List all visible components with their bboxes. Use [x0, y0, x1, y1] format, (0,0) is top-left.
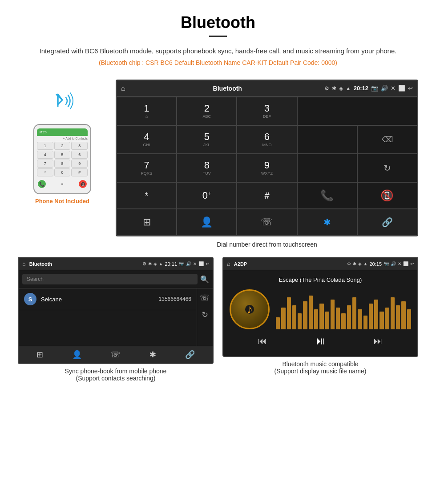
pb-bluetooth-icon[interactable]: ✱ [149, 350, 156, 360]
dial-link[interactable]: 🔗 [357, 209, 417, 236]
refresh-icon: ↻ [384, 163, 391, 173]
pb-cam-icon[interactable]: 📷 [179, 261, 184, 266]
phone-top-bar: M:20 [37, 128, 88, 136]
camera-icon[interactable]: 📷 [371, 85, 378, 92]
dial-apps[interactable]: ⊞ [117, 209, 177, 236]
phonebook-bottom-bar: ⊞ 👤 ☏ ✱ 🔗 [19, 346, 213, 363]
usb-icon: ⚙ [324, 85, 329, 92]
backspace-icon[interactable]: ⌫ [382, 135, 393, 144]
contact-name: Seicane [41, 296, 159, 303]
pb-usb-icon: ⚙ [142, 261, 146, 266]
pb-person-icon[interactable]: 👤 [72, 350, 82, 360]
android-dialpad-screen: ⌂ Bluetooth ⚙ ✱ ◈ ▲ 20:12 📷 🔊 ✕ ⬜ ↩ [116, 80, 418, 236]
pb-right-phone-icon[interactable]: ☏ [200, 293, 210, 303]
music-title: A2DP [234, 261, 347, 267]
volume-icon[interactable]: 🔊 [381, 85, 388, 92]
x-icon[interactable]: ✕ [391, 85, 396, 92]
music-home-icon[interactable]: ⌂ [227, 260, 230, 267]
search-icon[interactable]: 🔍 [200, 275, 209, 284]
pb-back-icon[interactable]: ↩ [206, 261, 209, 266]
music-body: Escape (The Pina Colada Song) ♪ ⏮ ⏯ ⏭ [223, 270, 417, 356]
phone-key: 6 [71, 151, 88, 159]
dial-key-6[interactable]: 6 MNO [237, 125, 297, 154]
phonebook-search-input[interactable]: Search [22, 274, 198, 284]
music-play-icon[interactable]: ⏯ [315, 335, 326, 347]
pb-x-icon[interactable]: ✕ [193, 261, 197, 266]
dial-key-4[interactable]: 4 GHI [117, 125, 177, 154]
phonebook-main: S Seicane 13566664466 [19, 288, 197, 346]
dial-empty-3 [297, 154, 357, 182]
bluetooth-status-icon: ✱ [332, 85, 336, 92]
dial-call-green[interactable]: 📞 [297, 182, 357, 209]
pb-bt-icon: ✱ [148, 261, 152, 266]
phone-key: 3 [71, 142, 88, 150]
pb-loc-icon: ◈ [153, 261, 157, 266]
phonebook-statusbar: ⌂ Bluetooth ⚙ ✱ ◈ ▲ 20:11 📷 🔊 ✕ ⬜ ↩ [19, 258, 213, 270]
page-title: Bluetooth [18, 13, 418, 32]
status-icons: ⚙ ✱ ◈ ▲ 20:12 📷 🔊 ✕ ⬜ ↩ [324, 85, 413, 92]
pb-sig-icon: ▲ [159, 261, 163, 266]
music-vol-icon[interactable]: 🔊 [391, 261, 396, 266]
music-equalizer [276, 289, 411, 329]
phone-key: 0 [54, 168, 71, 176]
dial-display [297, 97, 417, 125]
dial-key-2[interactable]: 2 ABC [177, 97, 237, 125]
phone-key: 1 [37, 142, 53, 150]
music-status-icons: ✱ ◈ ▲ 20:15 📷 🔊 ✕ ⬜ ↩ [353, 261, 414, 267]
pb-link-icon[interactable]: 🔗 [185, 350, 195, 360]
phone-call-btn: 📞 [38, 180, 46, 188]
pb-home-icon[interactable]: ⌂ [22, 260, 26, 267]
pb-apps-icon[interactable]: ⊞ [36, 350, 43, 360]
music-note-icon: ♪ [246, 302, 253, 316]
music-cam-icon[interactable]: 📷 [384, 261, 389, 266]
dial-key-8[interactable]: 8 TUV [177, 154, 237, 182]
back-icon[interactable]: ↩ [408, 85, 413, 92]
dialpad-title: Bluetooth [131, 85, 324, 92]
dial-phone[interactable]: ☏ [237, 209, 297, 236]
music-statusbar: ⌂ A2DP ⚙ ✱ ◈ ▲ 20:15 📷 🔊 ✕ ⬜ ↩ [223, 258, 417, 270]
dial-contacts[interactable]: 👤 [177, 209, 237, 236]
music-sig-icon: ▲ [363, 261, 368, 266]
phonebook-status-icons: ✱ ◈ ▲ 20:11 📷 🔊 ✕ ⬜ ↩ [148, 261, 209, 267]
dialpad-statusbar: ⌂ Bluetooth ⚙ ✱ ◈ ▲ 20:12 📷 🔊 ✕ ⬜ ↩ [117, 80, 417, 96]
music-next-icon[interactable]: ⏭ [374, 336, 383, 346]
pb-call-icon[interactable]: ☏ [110, 350, 121, 360]
contact-row[interactable]: S Seicane 13566664466 [19, 288, 197, 310]
dial-key-star[interactable]: * [117, 182, 177, 209]
bluetooth-signal-icon [44, 88, 80, 120]
dial-key-5[interactable]: 5 JKL [177, 125, 237, 154]
phone-key: 4 [37, 151, 53, 159]
pb-right-refresh-icon[interactable]: ↻ [200, 310, 210, 320]
phonebook-title: Bluetooth [29, 261, 142, 267]
phonebook-caption-text: Sync phone-book from mobile phone (Suppo… [65, 368, 167, 382]
phone-side: M:20 + Add to Contacts 1 2 3 4 5 6 7 8 9… [18, 80, 107, 204]
phonebook-bottom-screen: ⌂ Bluetooth ⚙ ✱ ◈ ▲ 20:11 📷 🔊 ✕ ⬜ ↩ [18, 257, 214, 382]
screen-icon[interactable]: ⬜ [398, 85, 405, 92]
music-prev-icon[interactable]: ⏮ [258, 336, 267, 346]
dial-bluetooth[interactable]: ✱ [297, 209, 357, 236]
phone-key: 8 [54, 160, 71, 168]
bluetooth-icon-area [44, 88, 80, 120]
dial-key-7[interactable]: 7 PQRS [117, 154, 177, 182]
dial-refresh[interactable]: ↻ [357, 154, 417, 182]
pb-screen-icon[interactable]: ⬜ [198, 261, 204, 266]
music-time: 20:15 [369, 261, 382, 267]
dial-key-hash[interactable]: # [237, 182, 297, 209]
music-back-icon[interactable]: ↩ [410, 261, 414, 266]
phone-grid: 1 2 3 4 5 6 7 8 9 * 0 # [37, 142, 88, 176]
music-screen-icon[interactable]: ⬜ [403, 261, 408, 266]
music-caption: Bluetooth music compatible (Support disp… [222, 360, 418, 375]
home-icon[interactable]: ⌂ [121, 84, 125, 92]
phonebook-caption: Sync phone-book from mobile phone (Suppo… [18, 368, 214, 382]
dial-key-3[interactable]: 3 DEF [237, 97, 297, 125]
dial-key-9[interactable]: 9 WXYZ [237, 154, 297, 182]
dial-empty-2: ⌫ [357, 125, 417, 154]
signal-icon: ▲ [346, 85, 351, 92]
music-x-icon[interactable]: ✕ [398, 261, 401, 266]
dial-call-red[interactable]: 📵 [357, 182, 417, 209]
phone-not-included-label: Phone Not Included [35, 198, 89, 204]
phone-key: 5 [54, 151, 71, 159]
pb-vol-icon[interactable]: 🔊 [186, 261, 191, 266]
dial-key-0[interactable]: 0+ [177, 182, 237, 209]
dial-key-1[interactable]: 1 ⌂ [117, 97, 177, 125]
